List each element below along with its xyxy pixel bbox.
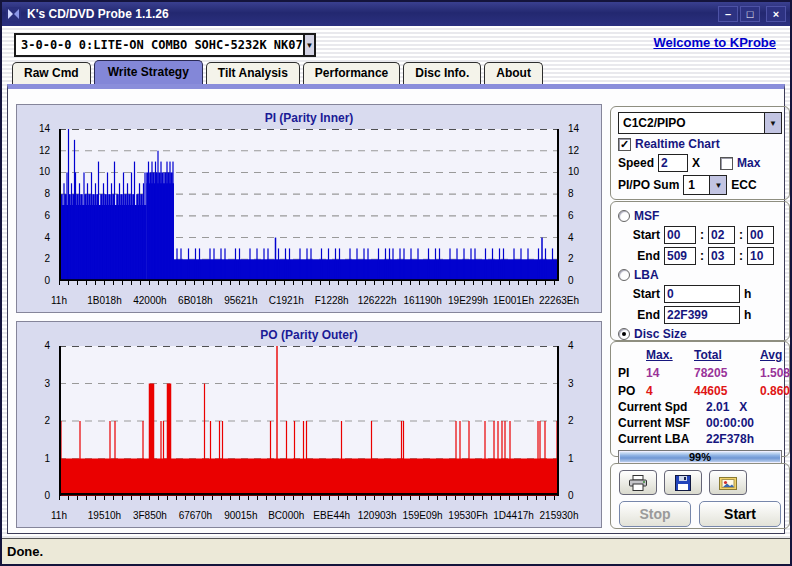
stats-header-avg: Avg: [760, 348, 790, 362]
chevron-down-icon[interactable]: ▼: [764, 113, 781, 133]
actions-group: Stop Start: [610, 463, 790, 529]
welcome-link[interactable]: Welcome to KProbe: [653, 35, 776, 50]
y-axis-label: 4: [568, 340, 574, 351]
start-button[interactable]: Start: [699, 501, 781, 527]
capture-button[interactable]: [709, 470, 747, 495]
speed-input[interactable]: [658, 154, 688, 172]
lba-label: LBA: [634, 268, 659, 282]
mode-select-value: C1C2/PIPO: [619, 113, 764, 133]
mode-select[interactable]: C1C2/PIPO ▼: [618, 112, 782, 134]
x-axis-label: 42000h: [133, 295, 166, 306]
progress-bar: 99%: [618, 450, 782, 464]
device-select[interactable]: 3-0-0-0 0:LITE-ON COMBO SOHC-5232K NK07 …: [14, 33, 316, 57]
floppy-disk-icon: [675, 475, 691, 491]
x-axis-label: BC000h: [268, 510, 304, 521]
current-spd-label: Current Spd: [618, 400, 706, 414]
y-axis-label: 3: [44, 378, 50, 389]
speed-label: Speed: [618, 156, 654, 170]
pipo-sum-select[interactable]: 1 ▼: [683, 175, 727, 195]
po-max-value: 4: [646, 384, 692, 398]
chart-controls-group: C1C2/PIPO ▼ Realtime Chart Speed X Max P…: [610, 106, 790, 200]
tab-tilt-analysis[interactable]: Tilt Analysis: [206, 62, 300, 84]
x-axis-label: EBE44h: [313, 510, 350, 521]
y-axis-label: 1: [568, 453, 574, 464]
current-msf-value: 00:00:00: [706, 416, 754, 430]
y-axis-label: 0: [568, 275, 574, 286]
disc-size-radio[interactable]: [618, 328, 630, 340]
y-axis-label: 14: [568, 123, 579, 134]
x-axis-label: 19510h: [88, 510, 121, 521]
tab-disc-info[interactable]: Disc Info.: [403, 62, 481, 84]
chevron-down-icon[interactable]: ▼: [709, 176, 726, 194]
lba-start-input[interactable]: [664, 285, 740, 303]
current-lba-label: Current LBA: [618, 432, 706, 446]
window-body: 3-0-0-0 0:LITE-ON COMBO SOHC-5232K NK07 …: [2, 26, 790, 564]
pi-y-axis-right: 02468101214: [563, 129, 601, 281]
x-axis-label: 161190h: [404, 295, 442, 306]
po-x-axis-labels: 11h19510h3F850h67670h90015hBC000hEBE44h1…: [59, 510, 559, 524]
pi-max-value: 14: [646, 366, 692, 380]
main-panel: PI (Parity Inner) 02468101214 0246810121…: [7, 84, 785, 534]
max-speed-label: Max: [737, 156, 760, 170]
y-axis-label: 12: [568, 145, 579, 156]
max-speed-checkbox[interactable]: [720, 157, 733, 170]
y-axis-label: 14: [39, 123, 50, 134]
x-axis-label: 1D4417h: [493, 510, 534, 521]
x-axis-label: 90015h: [224, 510, 257, 521]
stats-row-po-name: PO: [618, 384, 644, 398]
x-axis-label: 19E299h: [448, 295, 488, 306]
y-axis-label: 2: [568, 415, 574, 426]
current-lba-value: 22F378h: [706, 432, 754, 446]
x-axis-label: 6B018h: [178, 295, 212, 306]
pi-chart: PI (Parity Inner) 02468101214 0246810121…: [16, 104, 602, 313]
y-axis-label: 12: [39, 145, 50, 156]
pi-plot-area: [59, 129, 559, 281]
x-axis-label: 159E09h: [403, 510, 443, 521]
x-axis-label: 22263Eh: [539, 295, 579, 306]
speed-unit: X: [692, 156, 700, 170]
close-button[interactable]: ×: [766, 6, 786, 22]
po-bars: [59, 346, 559, 496]
minimize-button[interactable]: –: [718, 6, 738, 22]
save-button[interactable]: [664, 470, 702, 495]
msf-start-min[interactable]: [664, 226, 696, 244]
printer-icon: [628, 475, 648, 491]
lba-end-label: End: [618, 308, 660, 322]
print-button[interactable]: [619, 470, 657, 495]
pi-y-axis-left: 02468101214: [17, 129, 55, 281]
msf-end-min[interactable]: [664, 247, 696, 265]
y-axis-label: 10: [568, 166, 579, 177]
chevron-down-icon[interactable]: ▼: [303, 35, 314, 55]
tab-write-strategy[interactable]: Write Strategy: [94, 60, 203, 84]
msf-end-frame[interactable]: [747, 247, 774, 265]
tab-performance[interactable]: Performance: [303, 62, 400, 84]
app-icon: [6, 7, 21, 21]
y-axis-label: 4: [44, 340, 50, 351]
current-spd-value: 2.01 X: [706, 400, 747, 414]
msf-start-sec[interactable]: [708, 226, 735, 244]
image-capture-icon: [719, 476, 737, 490]
x-axis-label: 11h: [51, 295, 67, 306]
x-axis-label: 126222h: [358, 295, 397, 306]
stop-button[interactable]: Stop: [619, 501, 691, 527]
colon-separator: :: [739, 228, 743, 242]
maximize-button[interactable]: □: [740, 6, 760, 22]
x-axis-label: F1228h: [315, 295, 349, 306]
pi-x-ticks: [59, 281, 559, 285]
lba-end-input[interactable]: [664, 306, 740, 324]
titlebar: K's CD/DVD Probe 1.1.26 – □ ×: [2, 2, 790, 26]
pi-avg-value: 1.508: [760, 366, 790, 380]
tab-raw-cmd[interactable]: Raw Cmd: [12, 62, 91, 84]
msf-radio[interactable]: [618, 210, 630, 222]
msf-label: MSF: [634, 209, 659, 223]
po-y-axis-left: 01234: [17, 346, 55, 496]
po-x-ticks: [59, 496, 559, 500]
realtime-chart-checkbox[interactable]: [618, 138, 631, 151]
msf-start-frame[interactable]: [747, 226, 774, 244]
disc-size-label: Disc Size: [634, 327, 687, 341]
y-axis-label: 10: [39, 166, 50, 177]
lba-radio[interactable]: [618, 269, 630, 281]
tab-about[interactable]: About: [484, 62, 543, 84]
lba-end-unit: h: [744, 308, 751, 322]
msf-end-sec[interactable]: [708, 247, 735, 265]
